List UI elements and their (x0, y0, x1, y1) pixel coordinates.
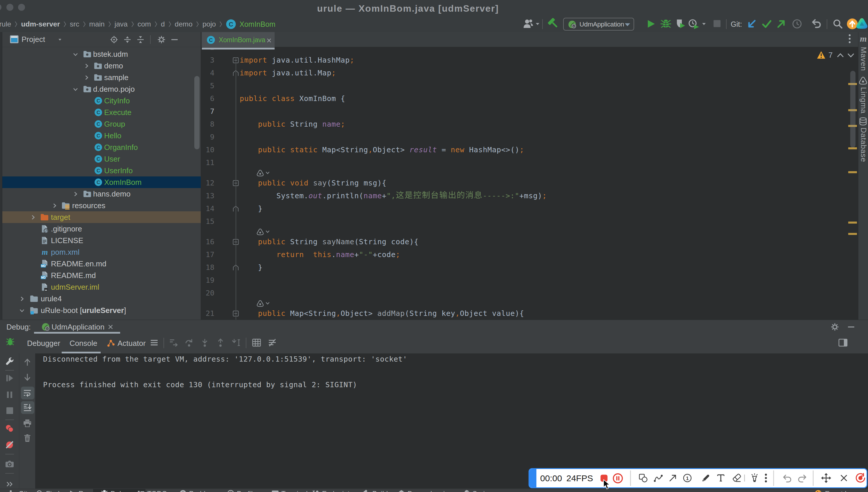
debug-tab-Actuator[interactable]: Actuator (117, 334, 146, 352)
rec-move-icon[interactable] (821, 473, 831, 483)
breadcrumb-item-com[interactable]: com (138, 20, 151, 28)
chev-closed-icon[interactable] (84, 63, 89, 69)
mute-lines-icon[interactable] (268, 338, 277, 347)
statusbar-item-Debug[interactable]: Debug (110, 490, 131, 492)
wrench-icon[interactable] (5, 356, 14, 365)
statusbar-item-Problems[interactable]: Problems (189, 490, 218, 492)
breadcrumb-item-urule[interactable]: urule (0, 20, 11, 28)
tree-row-target[interactable]: target (2, 211, 201, 223)
statusbar-item-Terminal[interactable]: Terminal (281, 490, 308, 492)
editor-scrollbar[interactable] (850, 71, 856, 148)
debug-session-tab[interactable]: UdmApplication (52, 320, 104, 333)
rec-eraser-icon[interactable] (732, 474, 741, 483)
arrow-up-icon[interactable] (23, 358, 32, 367)
rec-text-tool-icon[interactable] (717, 474, 725, 482)
tree-row-urule4[interactable]: urule4 (2, 293, 201, 304)
warning-stripe-mark[interactable] (848, 171, 857, 173)
breadcrumb-item-demo[interactable]: demo (175, 20, 192, 28)
statusbar-item-Dependencies[interactable]: Dependencies (407, 490, 452, 492)
lingma-gray-icon[interactable] (859, 76, 867, 85)
chev-down-sm-icon[interactable] (265, 171, 270, 175)
gear-icon[interactable] (157, 35, 165, 44)
scroll-end-icon[interactable] (23, 403, 32, 412)
rollback-icon[interactable] (810, 18, 821, 29)
view-bp-grid-icon[interactable] (252, 338, 261, 347)
chev-open-icon[interactable] (19, 308, 25, 313)
hide-icon[interactable] (847, 323, 855, 331)
rec-close-icon[interactable] (840, 474, 848, 483)
tree-row-README.md[interactable]: MDREADME.md (2, 270, 201, 281)
sb-deps-icon[interactable] (398, 490, 405, 492)
rec-pencil-icon[interactable] (701, 474, 710, 483)
debug-tab-Console[interactable]: Console (70, 334, 97, 352)
history-icon[interactable] (792, 19, 802, 29)
tree-row-Hello[interactable]: CHello (2, 130, 201, 142)
inlay-lingma-icon[interactable] (257, 228, 264, 236)
coverage-icon[interactable] (676, 19, 686, 29)
expand-all-icon[interactable] (123, 35, 131, 44)
traffic-lights[interactable] (0, 0, 35, 16)
step-out-icon[interactable] (216, 338, 225, 347)
sb-problems-icon[interactable] (179, 490, 187, 492)
stripe-label-Database[interactable]: Database (858, 127, 868, 163)
chev-closed-icon[interactable] (73, 191, 78, 197)
tree-row-UserInfo[interactable]: CUserInfo (2, 165, 201, 176)
tree-row-LICENSE[interactable]: LICENSE (2, 235, 201, 246)
hamburger-icon[interactable] (150, 338, 159, 347)
chev-down-sm-icon[interactable] (265, 302, 270, 305)
chev-closed-icon[interactable] (30, 215, 36, 220)
vdots-icon[interactable] (847, 34, 852, 44)
sb-todo-icon[interactable] (137, 490, 145, 492)
search-icon[interactable] (833, 19, 843, 29)
warn-triangle-icon[interactable] (817, 51, 825, 59)
statusbar-item-Build[interactable]: Build (372, 490, 388, 492)
maven-m-icon[interactable]: m (859, 34, 867, 43)
traffic-light-close[interactable] (0, 4, 1, 11)
rec-draw-icon[interactable] (654, 474, 663, 483)
view-bp-icon[interactable] (5, 424, 14, 433)
sb-endpoints-icon[interactable] (312, 490, 320, 492)
arrow-down-icon[interactable] (23, 373, 32, 382)
collapse-all-icon[interactable] (136, 35, 144, 44)
traffic-light-zoom[interactable] (18, 4, 25, 11)
event-log-icon[interactable] (814, 490, 822, 492)
locate-icon[interactable] (110, 35, 118, 44)
tree-row-Execute[interactable]: CExecute (2, 106, 201, 118)
rec-arrow-icon[interactable] (669, 474, 677, 482)
rec-undo-icon[interactable] (782, 473, 792, 483)
close-icon[interactable] (107, 323, 114, 330)
step-into-icon[interactable] (201, 338, 209, 347)
inlay-lingma-icon[interactable] (257, 169, 264, 177)
tree-row-pom.xml[interactable]: mpom.xml (2, 246, 201, 258)
rec-number-icon[interactable]: 1 (683, 474, 692, 483)
chev-open-icon[interactable] (73, 87, 78, 92)
chev-closed-icon[interactable] (52, 203, 57, 208)
sb-spring-icon[interactable] (463, 490, 470, 492)
sb-git-icon[interactable] (9, 490, 16, 492)
rec-spot-icon[interactable] (751, 473, 759, 483)
warning-stripe-mark[interactable] (848, 222, 857, 224)
statusbar-item-EventLog[interactable]: Event Log (825, 490, 857, 492)
stripe-label-Lingma[interactable]: Lingma (858, 87, 868, 115)
tree-row-XomInBom[interactable]: CXomInBom (2, 176, 201, 188)
project-scrollbar[interactable] (194, 76, 200, 149)
chev-closed-icon[interactable] (84, 75, 89, 80)
tree-row-.gitignore[interactable]: .gitignore (2, 223, 201, 235)
printer-icon[interactable] (23, 419, 32, 428)
lingma-color-icon[interactable] (856, 18, 868, 30)
breadcrumb-item-main[interactable]: main (89, 20, 105, 28)
update-icon[interactable] (746, 19, 757, 29)
rec-record-icon[interactable] (855, 473, 866, 483)
statusbar-item-Spring[interactable]: Spring (472, 490, 493, 492)
breadcrumb-item-d[interactable]: d (161, 20, 165, 28)
chev-down-w-icon[interactable] (847, 53, 854, 58)
sb-debug-icon[interactable] (101, 490, 108, 492)
chev-up-w-icon[interactable] (837, 53, 844, 58)
statusbar-item-Run[interactable]: Run (79, 490, 91, 492)
trash-icon[interactable] (23, 434, 32, 443)
user-icon[interactable] (522, 18, 534, 30)
statusbar-item-Profiler[interactable]: Profiler (237, 490, 259, 492)
chev-down-sm-icon[interactable] (265, 230, 270, 233)
camera-icon[interactable] (5, 460, 14, 468)
recorder-drag-handle[interactable] (529, 469, 536, 487)
